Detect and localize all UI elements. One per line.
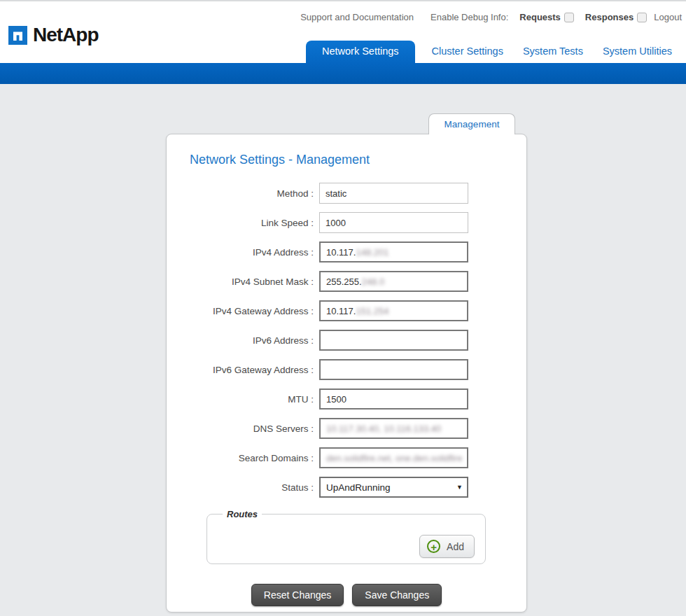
method-label: Method : (167, 188, 319, 199)
method-input[interactable] (319, 183, 468, 204)
status-label: Status : (167, 482, 319, 493)
form-row-dns-servers: DNS Servers :10.117.30.40, 10.116.133.40 (167, 418, 526, 439)
tab-network-settings[interactable]: Network Settings (306, 41, 415, 63)
form-row-ipv6-gateway-address: IPv6 Gateway Address : (167, 359, 526, 380)
ipv4-address-value-prefix: 10.117. (326, 247, 356, 258)
ipv6-gateway-address-input[interactable] (319, 359, 468, 380)
support-documentation-link[interactable]: Support and Documentation (300, 12, 414, 22)
form-row-search-domains: Search Domains :den.solidfire.net, one.d… (167, 447, 526, 468)
tab-system-tests[interactable]: System Tests (513, 41, 593, 63)
settings-form: Method :Link Speed :IPv4 Address :10.117… (167, 183, 526, 498)
link-speed-input[interactable] (319, 212, 468, 233)
dns-servers-input[interactable]: 10.117.30.40, 10.116.133.40 (319, 418, 468, 439)
ipv4-address-label: IPv4 Address : (167, 247, 319, 258)
form-row-ipv4-address: IPv4 Address :10.117.148.201 (167, 241, 526, 262)
tab-system-utilities[interactable]: System Utilities (593, 41, 682, 63)
network-settings-card: Network Settings - Management Method :Li… (166, 134, 527, 612)
netapp-logo-icon (8, 26, 27, 45)
form-row-mtu: MTU : (167, 388, 526, 410)
enable-debug-info-label: Enable Debug Info: (430, 12, 508, 22)
page-title: Network Settings - Management (190, 153, 526, 167)
ipv4-gateway-address-input[interactable]: 10.117.151.254 (319, 300, 468, 321)
form-row-ipv6-address: IPv6 Address : (167, 330, 526, 351)
ipv4-subnet-mask-input[interactable]: 255.255.248.0 (319, 271, 468, 292)
ipv4-subnet-mask-value-redacted: 248.0 (362, 276, 385, 287)
form-row-link-speed: Link Speed : (167, 212, 526, 233)
tab-cluster-settings[interactable]: Cluster Settings (422, 41, 513, 63)
form-actions: Reset Changes Save Changes (167, 584, 526, 606)
mtu-label: MTU : (167, 394, 319, 405)
netapp-logo: NetApp (8, 24, 99, 46)
requests-checkbox[interactable] (564, 13, 574, 22)
requests-label: Requests (519, 12, 561, 22)
ipv6-gateway-address-label: IPv6 Gateway Address : (167, 365, 319, 375)
form-row-method: Method : (167, 183, 526, 204)
dns-servers-value-redacted: 10.117.30.40, 10.116.133.40 (326, 424, 441, 434)
responses-label: Responses (585, 12, 634, 22)
page-content: Management Network Settings - Management… (0, 84, 686, 616)
ipv6-address-input[interactable] (319, 330, 468, 351)
app-header: Support and Documentation Enable Debug I… (0, 1, 686, 63)
ipv4-address-input[interactable]: 10.117.148.201 (319, 241, 468, 262)
ipv4-gateway-address-value-redacted: 151.254 (356, 306, 388, 316)
responses-checkbox-group: Responses (585, 12, 647, 22)
plus-circle-icon: + (427, 540, 440, 553)
search-domains-value-redacted: den.solidfire.net, one.den.solidfire (326, 453, 462, 463)
ipv4-address-value-redacted: 148.201 (356, 247, 388, 258)
search-domains-label: Search Domains : (167, 453, 319, 463)
main-nav-tabs: Network SettingsCluster SettingsSystem T… (306, 41, 682, 63)
responses-checkbox[interactable] (637, 13, 647, 22)
utility-bar: Support and Documentation Enable Debug I… (300, 12, 682, 22)
link-speed-label: Link Speed : (167, 218, 319, 228)
netapp-logo-text: NetApp (33, 24, 99, 46)
status-select-wrap: UpAndRunning▼ (319, 477, 468, 498)
search-domains-input[interactable]: den.solidfire.net, one.den.solidfire (319, 447, 468, 468)
form-row-status: Status :UpAndRunning▼ (167, 477, 526, 498)
ipv4-gateway-address-value-prefix: 10.117. (326, 306, 356, 316)
add-route-button[interactable]: + Add (419, 535, 475, 558)
tab-management[interactable]: Management (428, 113, 515, 134)
ipv4-subnet-mask-label: IPv4 Subnet Mask : (167, 276, 319, 287)
logout-link[interactable]: Logout (654, 12, 682, 22)
routes-fieldset: Routes + Add (206, 509, 486, 564)
requests-checkbox-group: Requests (519, 12, 574, 22)
form-row-ipv4-subnet-mask: IPv4 Subnet Mask :255.255.248.0 (167, 271, 526, 292)
ipv6-address-label: IPv6 Address : (167, 335, 319, 346)
save-changes-button[interactable]: Save Changes (352, 584, 442, 606)
dns-servers-label: DNS Servers : (167, 424, 319, 434)
ipv4-subnet-mask-value-prefix: 255.255. (326, 276, 362, 287)
reset-changes-button[interactable]: Reset Changes (251, 584, 344, 606)
tab-management-label: Management (444, 119, 500, 130)
mtu-input[interactable] (319, 388, 468, 410)
add-route-button-label: Add (447, 541, 464, 552)
routes-legend: Routes (223, 509, 262, 519)
form-row-ipv4-gateway-address: IPv4 Gateway Address :10.117.151.254 (167, 300, 526, 321)
nav-bar-background (0, 63, 686, 84)
status-select[interactable]: UpAndRunning (319, 477, 468, 498)
ipv4-gateway-address-label: IPv4 Gateway Address : (167, 306, 319, 316)
